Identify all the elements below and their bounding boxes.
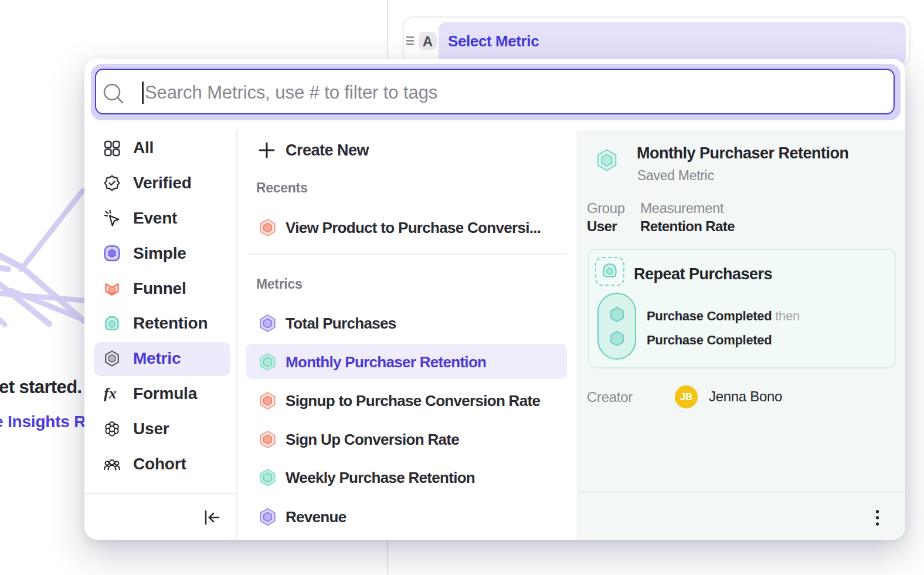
svg-text:fx: fx [104,385,117,402]
